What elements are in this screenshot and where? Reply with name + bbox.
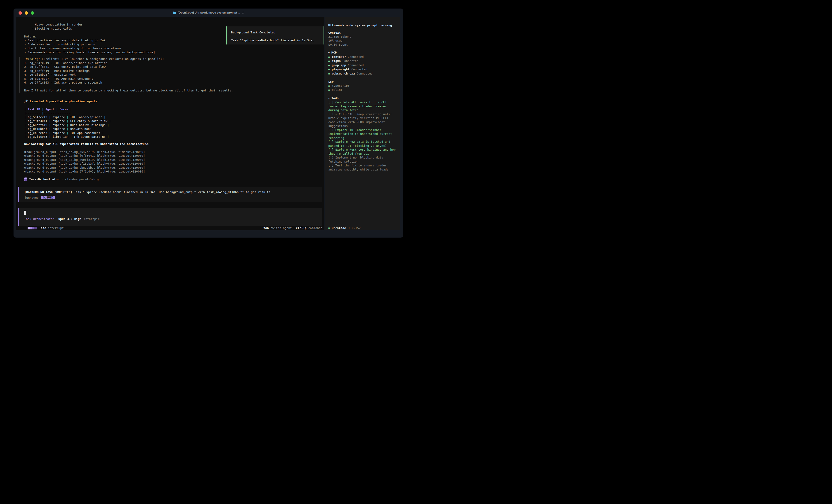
tool-args: [task_id=bg_f9ff3041, block=true, timeou… <box>58 154 145 158</box>
tool-args: [task_id=bg_eb87ebb7, block=true, timeou… <box>58 166 145 169</box>
todo-item: [ ]⚠CRITICAL: Keep iterating until Oracl… <box>328 112 396 128</box>
mcp-name: playwright <box>332 67 349 71</box>
lsp-item: ●typescript <box>328 84 396 88</box>
thinking-label: Thinking: <box>24 57 40 60</box>
queued-status-badge: QUEUED <box>42 196 55 199</box>
mcp-name: grep_app <box>332 63 346 67</box>
input-model-name[interactable]: Opus 4.5 High <box>58 217 81 221</box>
proxy-circle-icon <box>242 12 244 14</box>
cell-agent: explore <box>51 123 67 127</box>
folder-icon <box>173 11 176 14</box>
mcp-name: context7 <box>332 55 346 58</box>
list-number: 5. <box>24 77 28 80</box>
lsp-name: eslint <box>332 88 342 91</box>
status-bar: ∙∙∙ esc interrupt tab switch agent ctrl+… <box>20 226 322 230</box>
thinking-list: 1.bg_5547c219 - TUI loader/spinner explo… <box>24 61 318 85</box>
todo-header-label: Todo <box>332 96 338 100</box>
mcp-header[interactable]: ▼MCP <box>328 51 396 55</box>
cell-agent: explore <box>51 127 67 131</box>
status-dot-icon: ● <box>328 60 330 62</box>
tool-name: background_output <box>26 170 56 173</box>
cell-focus: TUI App component <box>69 131 102 135</box>
checkbox-icon: [ ] <box>328 112 334 116</box>
app-version-footer: ● OpenCode 1.0.152 <box>328 226 361 230</box>
queued-message-block: [BACKGROUND TASK COMPLETED] Task "Explor… <box>18 187 322 202</box>
prompt-input[interactable]: Task-Orchestrator Opus 4.5 High Anthropi… <box>18 208 322 226</box>
window-title: [OpenCode] Ultrawork mode system prompt … <box>14 8 403 17</box>
close-button[interactable] <box>19 11 22 15</box>
list-text: bg_5547c219 - TUI loader/spinner explora… <box>29 61 107 64</box>
cell-focus: Rust native bindings <box>69 123 107 127</box>
mcp-name: websearch_exa <box>332 72 355 75</box>
table-row: |bg_f9ff3041|explore|CLI entry & data fl… <box>24 119 318 123</box>
thinking-list-item: 1.bg_5547c219 - TUI loader/spinner explo… <box>24 61 318 65</box>
thinking-list-item: 3.bg_b0effa19 - Rust native bindings <box>24 69 318 73</box>
mcp-item: ●playwrightConnected <box>328 67 396 72</box>
esc-label: interrupt <box>48 226 63 230</box>
tool-call-line: ⚙background_output [task_id=bg_f9ff3041,… <box>24 154 318 158</box>
gear-icon: ⚙ <box>24 170 26 173</box>
cell-task-id: bg_eb87ebb7 <box>26 131 49 135</box>
chevron-down-icon: ▼ <box>328 97 330 100</box>
sidebar: Ultrawork mode system prompt parsing Con… <box>324 17 400 230</box>
brand-name-code: Code <box>339 226 346 230</box>
list-text: bg_37f1c003 - Ink async patterns researc… <box>29 81 102 84</box>
todo-item: [ ]⚠Complete ALL tasks to fix CLI loader… <box>328 100 396 112</box>
list-text: bg_eb87ebb7 - TUI App main component <box>29 77 93 80</box>
status-dot-icon: ● <box>328 64 330 67</box>
thinking-list-item: 5.bg_eb87ebb7 - TUI App main component <box>24 77 318 81</box>
todo-text: Explore Rust core bindings and how they'… <box>328 148 395 156</box>
list-text: bg_f9ff3041 - CLI entry point and data f… <box>29 65 106 68</box>
input-agent-name[interactable]: Task-Orchestrator <box>24 217 54 221</box>
col-header: Task ID <box>26 108 42 111</box>
tool-args: [task_id=bg_5547c219, block=true, timeou… <box>58 150 145 153</box>
input-provider-name: Anthropic <box>84 217 100 221</box>
brand-name-open: Open <box>332 226 339 230</box>
gear-icon: ⚙ <box>24 154 26 158</box>
cell-agent: librarian <box>51 135 70 138</box>
gear-icon: ⚙ <box>24 158 26 162</box>
table-row: |bg_eb87ebb7|explore|TUI App component| <box>24 131 318 135</box>
list-text: bg_df18bb3f - useData hook <box>29 73 76 76</box>
tab-hint: tab switch agent <box>263 226 292 230</box>
cell-focus: TUI loader/spinner <box>69 115 104 119</box>
lsp-item: ●eslint <box>328 88 396 92</box>
terminal-main-panel: - Heavy computation in render - Blocking… <box>16 17 324 230</box>
mcp-status: Connected <box>357 72 372 75</box>
thinking-block: Thinking: Excellent! I've launched 6 bac… <box>20 57 318 92</box>
queued-message-body: Task "Explore useData hook" finished in … <box>72 190 272 194</box>
rocket-icon <box>24 100 28 103</box>
todo-item: [ ]⚠Test the fix to ensure loader animat… <box>328 164 396 171</box>
tool-name: background_output <box>26 154 56 158</box>
ctrlp-key: ctrl+p <box>296 226 307 230</box>
context-header: Context <box>328 31 396 35</box>
status-dot-icon: ● <box>328 84 330 87</box>
cell-focus: useData hook <box>69 127 94 131</box>
tool-call-line: ⚙background_output [task_id=bg_eb87ebb7,… <box>24 166 318 170</box>
window-title-text: [OpenCode] Ultrawork mode system prompt … <box>178 11 240 15</box>
todo-text: Complete ALL tasks to fix CLI loader lag… <box>328 101 387 112</box>
list-number: 4. <box>24 73 28 76</box>
mcp-status: Connected <box>348 55 364 58</box>
chevron-down-icon: ▼ <box>328 52 330 54</box>
zoom-button[interactable] <box>31 11 34 15</box>
mcp-status: Connected <box>342 59 358 62</box>
spinner-block <box>32 227 34 229</box>
text-cursor <box>24 211 26 215</box>
todo-text: CRITICAL: Keep iterating until Oracle ex… <box>328 112 392 128</box>
agents-table: |Task ID|Agent|Focus| |---------|-------… <box>24 107 318 139</box>
col-header: Focus <box>58 108 70 111</box>
tool-call-line: ⚙background_output [task_id=bg_5547c219,… <box>24 150 318 154</box>
lsp-list: ●typescript●eslint <box>328 84 396 92</box>
tool-call-line: ⚙background_output [task_id=bg_37f1c003,… <box>24 170 318 174</box>
status-dot-icon: ● <box>328 68 330 71</box>
minimize-button[interactable] <box>25 11 28 15</box>
todo-header[interactable]: ▼Todo <box>328 96 396 101</box>
list-text: bg_b0effa19 - Rust native bindings <box>29 69 89 73</box>
todo-text: Test the fix to ensure loader animates s… <box>328 164 388 171</box>
blank-line <box>24 85 318 89</box>
checkbox-icon: [ ] <box>328 156 334 159</box>
gear-icon: ⚙ <box>24 150 26 153</box>
status-dot-icon: ● <box>328 72 330 75</box>
cell-focus: Ink async patterns <box>72 135 107 138</box>
